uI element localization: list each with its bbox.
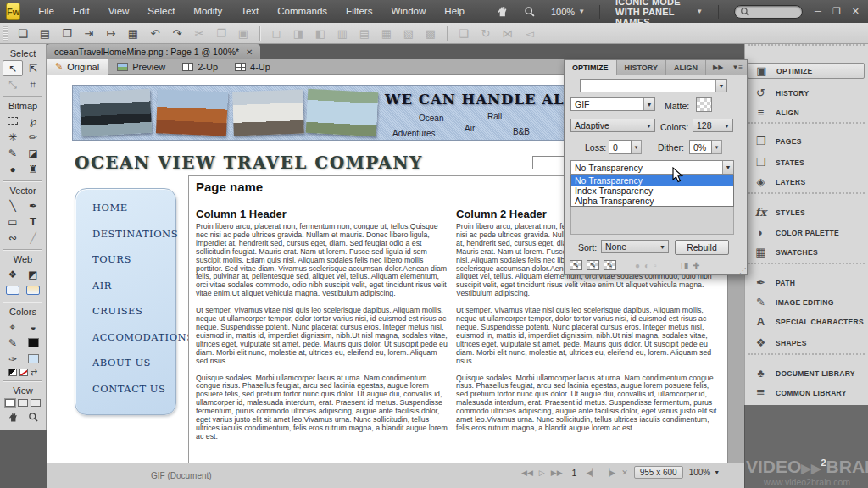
redo-icon[interactable]: ↷	[166, 27, 188, 40]
tab-4up[interactable]: 4-Up	[226, 59, 279, 75]
menu-window[interactable]: Window	[381, 0, 435, 23]
lasso-tool-icon[interactable]: ℘	[23, 113, 43, 129]
dock-item-optimize[interactable]: ▣ OPTIMIZE	[748, 63, 865, 79]
dock-item-special-characters[interactable]: A SPECIAL CHARACTERS	[748, 313, 865, 330]
brush-tool-icon[interactable]: ✏	[23, 129, 43, 145]
add-color-icon[interactable]: ◨	[681, 261, 688, 270]
tab-original[interactable]: ✎ Original	[47, 59, 108, 75]
remove-transparency-dropper-icon[interactable]: ✎	[604, 260, 616, 270]
dock-drag-handle[interactable]	[748, 192, 865, 198]
eyedropper-tool-icon[interactable]: ⌖	[3, 319, 23, 335]
fill-color-icon[interactable]: ✑	[3, 351, 23, 367]
saved-settings-select[interactable]: ▼	[580, 79, 727, 92]
menu-filters[interactable]: Filters	[337, 0, 381, 23]
minimize-button[interactable]: ─	[815, 6, 821, 17]
open-icon[interactable]: ❒	[56, 27, 78, 40]
tab-preview[interactable]: Preview	[108, 59, 174, 75]
scale-tool-icon[interactable]: ⤡	[3, 76, 23, 92]
next-state-icon[interactable]: ▕▶	[604, 469, 615, 477]
panel-resize-grip[interactable]: ⋰	[739, 267, 746, 274]
hotspot-tool-icon[interactable]: ❖	[3, 266, 23, 282]
freeform-tool-icon[interactable]: ∾	[3, 230, 23, 246]
menu-help[interactable]: Help	[435, 0, 474, 23]
knife-tool-icon[interactable]: ╱	[23, 230, 43, 246]
option-alpha-transparency[interactable]: Alpha Transparency	[571, 196, 733, 206]
crop-tool-icon[interactable]: ⌗	[23, 76, 43, 92]
hide-slices-button[interactable]	[3, 282, 23, 298]
save-icon[interactable]: ▤	[34, 27, 56, 40]
dock-item-swatches[interactable]: ▦ SWATCHES	[748, 244, 865, 260]
close-tab-icon[interactable]: ✕	[246, 47, 253, 57]
pointer-tool-icon[interactable]: ↖	[3, 60, 23, 76]
dock-item-pages[interactable]: ❐ PAGES	[748, 133, 865, 149]
canvas-size-button[interactable]: 955 x 600	[634, 466, 683, 479]
dock-item-shapes[interactable]: ❖ SHAPES	[748, 335, 865, 351]
menu-view[interactable]: View	[99, 0, 139, 23]
first-page-icon[interactable]: ◀◀	[521, 469, 533, 477]
no-color-icon[interactable]	[19, 369, 28, 376]
zoom-tool-button[interactable]	[516, 6, 543, 18]
rebuild-button[interactable]: Rebuild	[675, 240, 729, 255]
fill-color-swatch[interactable]	[23, 351, 43, 367]
dock-item-align[interactable]: ≡ ALIGN	[748, 104, 865, 120]
dock-drag-handle[interactable]	[748, 122, 865, 128]
dock-item-history[interactable]: ↺ HISTORY	[748, 85, 865, 101]
swap-colors-icon[interactable]: ⇄	[31, 368, 37, 377]
rubber-stamp-tool-icon[interactable]: ♜	[23, 161, 43, 177]
import-icon[interactable]: ⇥	[78, 27, 100, 40]
add-transparency-dropper-icon[interactable]: ✎	[587, 260, 599, 270]
pen-tool-icon[interactable]: ✒	[23, 197, 43, 214]
play-icon[interactable]: ▷	[539, 469, 545, 477]
dock-drag-handle[interactable]	[748, 353, 865, 359]
menu-select[interactable]: Select	[138, 0, 184, 23]
dock-item-common-library[interactable]: ≣ COMMON LIBRARY	[748, 385, 865, 401]
stroke-color-icon[interactable]: ✎	[3, 335, 23, 351]
eraser-tool-icon[interactable]: ◪	[23, 145, 43, 161]
transparency-select[interactable]: No Transparency ▼	[570, 160, 734, 175]
hand-tool-button[interactable]	[488, 5, 516, 18]
tab-optimize[interactable]: OPTIMIZE	[565, 60, 617, 75]
zoom-level-select[interactable]: 100% ▼	[543, 7, 593, 17]
standard-screen-mode-button[interactable]	[5, 399, 15, 407]
tab-2up[interactable]: 2-Up	[174, 59, 226, 75]
dock-item-layers[interactable]: ◈ LAYERS	[748, 174, 865, 190]
option-no-transparency[interactable]: No Transparency	[571, 175, 733, 186]
tab-align[interactable]: ALIGN	[666, 60, 706, 75]
pencil-tool-icon[interactable]: ✎	[3, 145, 23, 161]
matte-color-swatch[interactable]	[696, 97, 712, 112]
default-colors-icon[interactable]	[8, 369, 17, 376]
restore-button[interactable]: ❐	[832, 6, 841, 17]
prev-state-icon[interactable]: ◀▏	[586, 469, 598, 477]
dock-drag-handle[interactable]	[748, 263, 865, 269]
last-page-icon[interactable]: ▶▶	[551, 469, 563, 477]
dock-item-path[interactable]: ✒ PATH	[748, 274, 865, 291]
stroke-color-swatch[interactable]	[23, 335, 43, 351]
subselection-tool-icon[interactable]: ⇱	[23, 60, 43, 76]
dock-item-styles[interactable]: fx STYLES	[748, 204, 865, 220]
hand-tool-icon[interactable]	[3, 409, 23, 425]
magic-wand-tool-icon[interactable]: ✳	[3, 129, 23, 145]
collapse-panel-icon[interactable]: ▶▶	[709, 60, 727, 75]
close-button[interactable]: ✕	[852, 6, 860, 17]
new-document-icon[interactable]: ❏	[12, 27, 34, 40]
rectangle-tool-icon[interactable]: ▭	[3, 214, 23, 230]
stop-icon[interactable]: ✕	[621, 469, 628, 477]
tab-history[interactable]: HISTORY	[617, 60, 667, 75]
dither-stepper[interactable]: 0% ▼	[689, 140, 722, 154]
loss-stepper[interactable]: 0 ▼	[609, 140, 642, 154]
dock-item-color-palette[interactable]: ◗ COLOR PALETTE	[748, 225, 865, 241]
panel-menu-icon[interactable]: ▼≡	[727, 60, 747, 75]
dock-item-document-library[interactable]: ♣ DOCUMENT LIBRARY	[748, 365, 865, 381]
colors-select[interactable]: 128 ▼	[693, 119, 733, 132]
toolbar-grip[interactable]	[3, 26, 8, 41]
show-slices-button[interactable]	[23, 282, 43, 298]
slice-tool-icon[interactable]: ◩	[23, 266, 43, 282]
export-icon[interactable]: ↦	[100, 27, 122, 40]
document-tab[interactable]: oceanTravelHomeMine.png : Page 1 @ 100%*…	[47, 44, 260, 59]
search-input[interactable]	[734, 5, 803, 19]
dock-drag-handle[interactable]	[748, 44, 865, 50]
sort-select[interactable]: None ▼	[601, 240, 669, 253]
zoom-tool-icon[interactable]	[23, 409, 43, 425]
paint-bucket-tool-icon[interactable]: ◒	[23, 319, 43, 335]
marquee-tool-icon[interactable]	[3, 113, 23, 129]
